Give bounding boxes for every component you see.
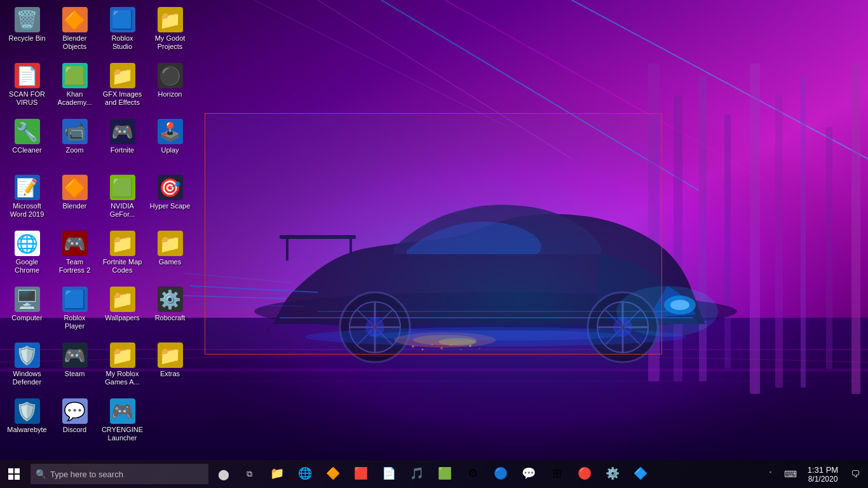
ccleaner-icon: 🔧 (15, 119, 40, 144)
desktop-icon-my-godot-projects[interactable]: 📁My Godot Projects (146, 3, 194, 59)
taskbar-app-steam[interactable]: ⚙ (459, 460, 487, 488)
blender-label: Blender (63, 202, 87, 210)
taskbar-app-explorer[interactable]: 📁 (263, 460, 291, 488)
blender-objects-label: Blender Objects (53, 34, 96, 51)
taskbar-app-file[interactable]: 📄 (375, 460, 403, 488)
fortnite-icon: 🎮 (110, 119, 135, 144)
desktop-icon-games[interactable]: 📁Games (146, 227, 194, 283)
search-placeholder: Type here to search (50, 470, 123, 479)
desktop-icon-team-fortress[interactable]: 🎮Team Fortress 2 (51, 227, 98, 283)
extras-icon: 📁 (158, 342, 183, 368)
taskbar-app-blender[interactable]: 🔶 (319, 460, 347, 488)
cortana-button[interactable]: ⬤ (211, 460, 236, 488)
nvidia-geforce-icon: 🟩 (110, 175, 135, 200)
desktop-icon-extras[interactable]: 📁Extras (146, 339, 194, 395)
clock[interactable]: 1:31 PM 8/1/2020 (801, 460, 845, 488)
desktop-icon-malwarebytes[interactable]: 🛡️Malwarebyte (3, 395, 51, 451)
desktop-icon-computer[interactable]: 🖥️Computer (3, 283, 51, 339)
computer-icon: 🖥️ (15, 287, 40, 312)
google-chrome-label: Google Chrome (6, 258, 48, 274)
scan-virus-icon: 📄 (15, 63, 40, 88)
hyper-scape-icon: 🎯 (158, 175, 183, 200)
taskbar-app-spotify[interactable]: 🎵 (403, 460, 431, 488)
desktop: 🗑️Recycle Bin🔶Blender Objects🟦Roblox Stu… (0, 0, 868, 488)
desktop-icon-my-roblox-games[interactable]: 📁My Roblox Games A... (98, 339, 146, 395)
discord-icon: 💬 (62, 398, 88, 424)
tray-chevron[interactable]: ˂ (760, 460, 780, 488)
roblox-studio-label: Roblox Studio (101, 34, 144, 51)
desktop-icon-windows-defender[interactable]: 🛡️Windows Defender (3, 339, 51, 395)
extras-label: Extras (160, 370, 180, 378)
malwarebytes-icon: 🛡️ (15, 398, 40, 424)
gfx-images-label: GFX Images and Effects (101, 90, 144, 107)
cryengine-label: CRYENGINE Launcher (101, 426, 144, 442)
taskbar: 🔍 Type here to search ⬤ ⧉ 📁🌐🔶🟥📄🎵🟩⚙🔵💬⊞🔴⚙️… (0, 460, 868, 488)
uplay-label: Uplay (161, 146, 179, 154)
desktop-icon-zoom[interactable]: 📹Zoom (51, 115, 98, 171)
desktop-icon-uplay[interactable]: 🕹️Uplay (146, 115, 194, 171)
blender-objects-icon: 🔶 (62, 7, 88, 32)
fortnite-map-icon: 📁 (110, 231, 135, 256)
desktop-icon-hyper-scape[interactable]: 🎯Hyper Scape (146, 171, 194, 227)
wallpapers-label: Wallpapers (105, 314, 140, 322)
tray-keyboard[interactable]: ⌨ (780, 460, 801, 488)
zoom-label: Zoom (65, 146, 83, 154)
desktop-icon-horizon[interactable]: ⚫Horizon (146, 59, 194, 115)
taskbar-app-roblox[interactable]: 🟥 (347, 460, 375, 488)
task-view-button[interactable]: ⧉ (236, 460, 262, 488)
roblox-player-label: Roblox Player (53, 314, 96, 330)
taskbar-app-chrome[interactable]: 🌐 (291, 460, 319, 488)
zoom-icon: 📹 (62, 119, 88, 144)
taskbar-app-discord[interactable]: 💬 (515, 460, 543, 488)
taskbar-apps: 📁🌐🔶🟥📄🎵🟩⚙🔵💬⊞🔴⚙️🔷 (262, 460, 760, 488)
start-button[interactable] (0, 460, 28, 488)
desktop-icon-microsoft-word[interactable]: 📝Microsoft Word 2019 (3, 171, 51, 227)
desktop-icon-blender-objects[interactable]: 🔶Blender Objects (51, 3, 98, 59)
games-label: Games (159, 258, 181, 266)
uplay-icon: 🕹️ (158, 119, 183, 144)
steam-icon: 🎮 (62, 342, 88, 368)
khan-academy-label: Khan Academy... (53, 90, 96, 107)
notification-button[interactable]: 🗨 (845, 460, 865, 488)
desktop-icon-roblox-studio[interactable]: 🟦Roblox Studio (98, 3, 146, 59)
taskbar-app-settings[interactable]: ⚙️ (599, 460, 627, 488)
desktop-icon-google-chrome[interactable]: 🌐Google Chrome (3, 227, 51, 283)
windows-logo-icon (8, 468, 20, 480)
robocraft-label: Robocraft (155, 314, 186, 322)
desktop-icon-wallpapers[interactable]: 📁Wallpapers (98, 283, 146, 339)
desktop-icon-gfx-images[interactable]: 📁GFX Images and Effects (98, 59, 146, 115)
desktop-icon-roblox-player[interactable]: 🟦Roblox Player (51, 283, 98, 339)
horizon-icon: ⚫ (158, 63, 183, 88)
robocraft-icon: ⚙️ (158, 287, 183, 312)
desktop-icon-fortnite[interactable]: 🎮Fortnite (98, 115, 146, 171)
desktop-icon-nvidia-geforce[interactable]: 🟩NVIDIA GeFor... (98, 171, 146, 227)
desktop-icons-area: 🗑️Recycle Bin🔶Blender Objects🟦Roblox Stu… (0, 0, 197, 458)
taskbar-app-grid[interactable]: ⊞ (543, 460, 571, 488)
roblox-player-icon: 🟦 (62, 287, 88, 312)
desktop-icon-robocraft[interactable]: ⚙️Robocraft (146, 283, 194, 339)
taskbar-app-app2[interactable]: 🔷 (627, 460, 654, 488)
desktop-icon-steam[interactable]: 🎮Steam (51, 339, 98, 395)
desktop-icon-khan-academy[interactable]: 🟩Khan Academy... (51, 59, 98, 115)
desktop-icon-fortnite-map[interactable]: 📁Fortnite Map Codes (98, 227, 146, 283)
taskbar-search[interactable]: 🔍 Type here to search (31, 464, 208, 484)
desktop-icon-cryengine[interactable]: 🎮CRYENGINE Launcher (98, 395, 146, 451)
desktop-icon-scan-virus[interactable]: 📄SCAN FOR VIRUS (3, 59, 51, 115)
svg-point-58 (616, 286, 718, 337)
clock-date: 8/1/2020 (808, 475, 838, 484)
taskbar-app-circle[interactable]: 🔴 (571, 460, 599, 488)
taskbar-app-arrow[interactable]: 🔵 (487, 460, 515, 488)
my-roblox-games-label: My Roblox Games A... (101, 370, 144, 386)
recycle-bin-label: Recycle Bin (8, 34, 45, 43)
my-roblox-games-icon: 📁 (110, 342, 135, 368)
fortnite-map-label: Fortnite Map Codes (101, 258, 144, 274)
scan-virus-label: SCAN FOR VIRUS (6, 90, 48, 107)
windows-defender-label: Windows Defender (6, 370, 48, 386)
desktop-icon-recycle-bin[interactable]: 🗑️Recycle Bin (3, 3, 51, 59)
desktop-icon-blender[interactable]: 🔶Blender (51, 171, 98, 227)
taskbar-app-nvidia[interactable]: 🟩 (431, 460, 459, 488)
desktop-icon-ccleaner[interactable]: 🔧CCleaner (3, 115, 51, 171)
computer-label: Computer (11, 314, 42, 322)
discord-label: Discord (63, 426, 86, 434)
desktop-icon-discord[interactable]: 💬Discord (51, 395, 98, 451)
